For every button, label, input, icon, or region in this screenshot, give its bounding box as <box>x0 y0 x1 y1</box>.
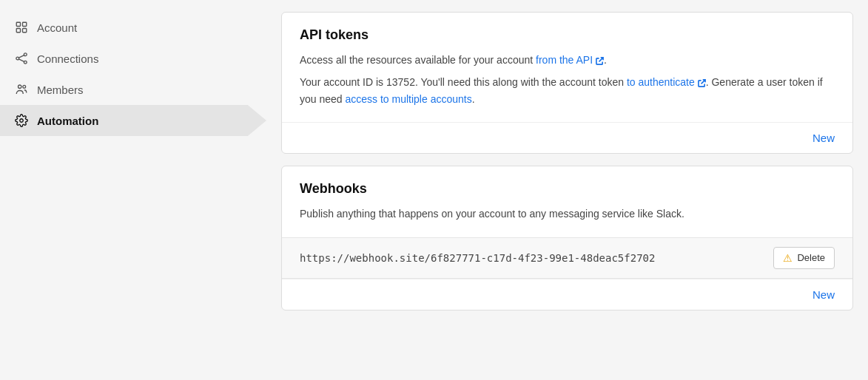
sidebar-account-label: Account <box>37 21 77 34</box>
svg-point-10 <box>23 85 26 88</box>
desc2-suffix2: . <box>472 93 475 105</box>
sidebar-item-members[interactable]: Members <box>0 74 266 105</box>
svg-line-7 <box>18 55 24 58</box>
delete-button[interactable]: ⚠ Delete <box>773 247 835 269</box>
gear-icon <box>15 114 28 127</box>
api-tokens-title: API tokens <box>300 27 835 43</box>
multiple-accounts-link[interactable]: access to multiple accounts <box>346 93 472 105</box>
svg-rect-1 <box>23 22 27 26</box>
sidebar-item-automation[interactable]: Automation <box>0 105 266 136</box>
delete-label: Delete <box>797 252 825 263</box>
sidebar-members-label: Members <box>37 84 84 96</box>
svg-rect-3 <box>23 29 27 33</box>
svg-point-4 <box>16 57 19 60</box>
api-tokens-footer: New <box>282 122 852 153</box>
sidebar: Account Connections Members Automation <box>0 0 266 380</box>
svg-line-8 <box>18 59 24 61</box>
sidebar-automation-label: Automation <box>37 115 98 127</box>
connections-icon <box>15 52 28 65</box>
webhooks-title: Webhooks <box>300 181 835 197</box>
svg-point-9 <box>18 85 22 89</box>
svg-point-11 <box>20 119 24 123</box>
webhooks-card: Webhooks Publish anything that happens o… <box>281 166 853 310</box>
warning-icon: ⚠ <box>783 252 793 264</box>
sidebar-item-connections[interactable]: Connections <box>0 43 266 74</box>
api-tokens-new-button[interactable]: New <box>813 132 835 144</box>
api-tokens-body: API tokens Access all the resources avai… <box>282 13 852 122</box>
api-tokens-desc1: Access all the resources available for y… <box>300 52 835 68</box>
svg-rect-2 <box>16 29 20 33</box>
api-tokens-desc1-suffix: . <box>604 54 607 66</box>
webhook-row: https://webhook.site/6f827771-c17d-4f23-… <box>282 237 852 279</box>
webhooks-new-button[interactable]: New <box>813 288 835 301</box>
svg-rect-0 <box>16 22 20 26</box>
sidebar-item-account[interactable]: Account <box>0 12 266 43</box>
webhook-url: https://webhook.site/6f827771-c17d-4f23-… <box>300 252 655 264</box>
desc2-prefix: Your account ID is 13752. You'll need th… <box>300 76 627 88</box>
authenticate-link[interactable]: to authenticate <box>627 76 706 88</box>
webhooks-footer: New <box>282 279 852 310</box>
members-icon <box>15 83 28 96</box>
grid-icon <box>15 21 28 34</box>
sidebar-connections-label: Connections <box>37 52 98 65</box>
api-tokens-desc1-prefix: Access all the resources available for y… <box>300 54 536 66</box>
main-content: API tokens Access all the resources avai… <box>266 0 868 380</box>
api-tokens-card: API tokens Access all the resources avai… <box>281 12 853 154</box>
svg-point-6 <box>24 61 27 64</box>
webhooks-desc: Publish anything that happens on your ac… <box>300 206 835 222</box>
webhooks-body: Webhooks Publish anything that happens o… <box>282 166 852 237</box>
from-api-link[interactable]: from the API <box>536 54 604 66</box>
api-tokens-desc2: Your account ID is 13752. You'll need th… <box>300 74 835 107</box>
svg-point-5 <box>24 53 27 56</box>
